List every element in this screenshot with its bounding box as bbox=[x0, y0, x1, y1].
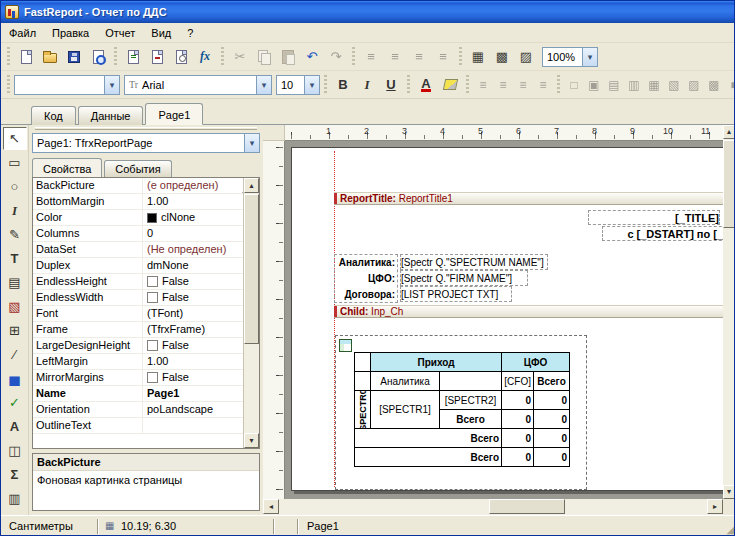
crosstab-cell[interactable]: Всего bbox=[355, 448, 502, 467]
delete-page-button[interactable] bbox=[145, 46, 169, 68]
rect-select-tool-button[interactable]: ▭ bbox=[3, 151, 27, 174]
tab-page1[interactable]: Page1 bbox=[145, 103, 203, 125]
chevron-down-icon[interactable]: ▾ bbox=[582, 48, 597, 66]
property-row-duplex[interactable]: Duplex dmNone bbox=[33, 258, 259, 274]
labels-memo[interactable]: Аналитика: ЦФО: Договора: bbox=[334, 254, 398, 303]
vertical-scrollbar[interactable]: ▴ ▾ bbox=[723, 125, 735, 499]
crosstab-cell[interactable]: [SPECTR0] bbox=[355, 391, 371, 429]
frame-all-button[interactable]: ▦ bbox=[644, 74, 664, 96]
checkbox-icon[interactable] bbox=[147, 372, 158, 383]
horizontal-scrollbar[interactable]: ◂ ▸ bbox=[263, 499, 723, 515]
scroll-up-button[interactable]: ▴ bbox=[723, 125, 735, 139]
new-report-button[interactable] bbox=[14, 46, 38, 68]
crosstab-cell[interactable]: 0 bbox=[502, 448, 534, 467]
page-settings-button[interactable] bbox=[169, 46, 193, 68]
crosstab-cell[interactable]: Приход bbox=[371, 353, 502, 372]
tab-code[interactable]: Код bbox=[31, 106, 76, 125]
scrollbar-thumb[interactable] bbox=[244, 194, 259, 344]
checkbox-object-button[interactable]: ✓ bbox=[3, 391, 27, 414]
contracts-value-memo[interactable]: [LIST PROJECT TXT] bbox=[400, 286, 512, 302]
toolbar-grip[interactable] bbox=[7, 47, 10, 67]
highlight-button[interactable] bbox=[438, 74, 462, 96]
toolbar-grip[interactable] bbox=[407, 75, 410, 95]
chevron-down-icon[interactable]: ▾ bbox=[256, 76, 271, 94]
crosstab-cell[interactable]: 0 bbox=[534, 391, 570, 410]
property-row-endlessheight[interactable]: EndlessHeight False bbox=[33, 274, 259, 290]
toolbar-grip[interactable] bbox=[324, 75, 327, 95]
property-row-dataset[interactable]: DataSet (Не определен) bbox=[33, 242, 259, 258]
ole-object-button[interactable]: ◫ bbox=[3, 439, 27, 462]
line-object-button[interactable]: ∕ bbox=[3, 343, 27, 366]
scroll-right-button[interactable]: ▸ bbox=[707, 499, 723, 514]
richtext-object-button[interactable]: A bbox=[3, 415, 27, 438]
tab-events[interactable]: События bbox=[104, 160, 171, 177]
crosstab-cell[interactable] bbox=[440, 372, 502, 391]
toolbar-grip[interactable] bbox=[114, 47, 117, 67]
text-edit-tool-button[interactable]: I bbox=[3, 199, 27, 222]
crosstab-cell[interactable]: 0 bbox=[534, 448, 570, 467]
scrollbar-thumb[interactable] bbox=[723, 140, 735, 228]
preview-button[interactable] bbox=[86, 46, 110, 68]
tab-properties[interactable]: Свойства bbox=[32, 158, 102, 177]
scrollbar-thumb[interactable] bbox=[489, 499, 565, 514]
property-row-columns[interactable]: Columns 0 bbox=[33, 226, 259, 242]
crosstab-cell[interactable]: [SPECTR1] bbox=[371, 391, 440, 429]
title-memo[interactable]: [_TITLE] bbox=[588, 210, 720, 225]
frame-bottom-button[interactable]: ▣ bbox=[584, 74, 604, 96]
add-page-button[interactable] bbox=[121, 46, 145, 68]
property-row-largedesignheight[interactable]: LargeDesignHeight False bbox=[33, 338, 259, 354]
toolbar-grip[interactable] bbox=[7, 75, 10, 95]
frame-color-button[interactable]: ■ bbox=[724, 74, 735, 96]
frame-outline-button[interactable]: ▨ bbox=[684, 74, 704, 96]
menu-file[interactable]: Файл bbox=[1, 24, 44, 42]
report-title-band[interactable]: ReportTitle: ReportTitle1 bbox=[334, 192, 723, 205]
object-selector-combo[interactable]: Page1: TfrxReportPage ▾ bbox=[32, 133, 260, 153]
property-row-endlesswidth[interactable]: EndlessWidth False bbox=[33, 290, 259, 306]
report-page[interactable]: ReportTitle: ReportTitle1 [_TITLE] с [_D… bbox=[291, 147, 723, 491]
subreport-object-button[interactable]: ⊞ bbox=[3, 319, 27, 342]
align-objects-button[interactable]: ≡ bbox=[407, 46, 431, 68]
bring-to-front-button[interactable]: ≡ bbox=[359, 46, 383, 68]
menu-report[interactable]: Отчет bbox=[97, 24, 143, 42]
crosstab-cell[interactable]: [CFO] bbox=[502, 372, 534, 391]
barcode-object-button[interactable]: ▥ bbox=[3, 487, 27, 510]
toolbar-grip[interactable] bbox=[459, 47, 462, 67]
menu-help[interactable]: ? bbox=[179, 24, 201, 42]
size-objects-button[interactable]: ≡ bbox=[431, 46, 455, 68]
show-grid-button[interactable]: ▦ bbox=[466, 46, 490, 68]
design-workspace[interactable]: ReportTitle: ReportTitle1 [_TITLE] с [_D… bbox=[285, 141, 723, 499]
tab-data[interactable]: Данные bbox=[78, 106, 144, 125]
crosstab-cell[interactable]: Всего bbox=[534, 372, 570, 391]
undo-button[interactable]: ↶ bbox=[300, 46, 324, 68]
crosstab-cell[interactable] bbox=[355, 372, 371, 391]
property-row-bottommargin[interactable]: BottomMargin 1.00 bbox=[33, 194, 259, 210]
scroll-up-button[interactable]: ▴ bbox=[244, 178, 259, 193]
property-row-orientation[interactable]: Orientation poLandscape bbox=[33, 402, 259, 418]
checkbox-icon[interactable] bbox=[147, 292, 158, 303]
fill-color-button[interactable]: ▩ bbox=[704, 74, 724, 96]
crosstab-cell[interactable] bbox=[355, 353, 371, 372]
crosstab-object[interactable]: Приход ЦФО Аналитика [CFO] Всего [SPECTR… bbox=[354, 352, 570, 467]
crosstab-cell[interactable]: [SPECTR2] bbox=[440, 391, 502, 410]
copy-button[interactable] bbox=[252, 46, 276, 68]
frame-left-button[interactable]: ▤ bbox=[604, 74, 624, 96]
chevron-down-icon[interactable]: ▾ bbox=[104, 76, 119, 94]
redo-button[interactable]: ↷ bbox=[324, 46, 348, 68]
crosstab-cell[interactable]: Всего bbox=[355, 429, 502, 448]
align-center-button[interactable]: ≡ bbox=[493, 74, 513, 96]
sum-object-button[interactable]: Σ bbox=[3, 463, 27, 486]
crosstab-cell[interactable]: 0 bbox=[534, 429, 570, 448]
select-tool-button[interactable]: ↖ bbox=[3, 127, 27, 150]
property-grid-scrollbar[interactable]: ▴ ▾ bbox=[243, 178, 259, 448]
scroll-down-button[interactable]: ▾ bbox=[723, 485, 735, 499]
text-object-button[interactable]: T bbox=[3, 247, 27, 270]
property-row-outlinetext[interactable]: OutlineText bbox=[33, 418, 259, 434]
object-style-combo[interactable]: ▾ bbox=[14, 75, 120, 95]
scroll-left-button[interactable]: ◂ bbox=[263, 499, 279, 514]
font-size-combo[interactable]: 10 ▾ bbox=[276, 75, 320, 95]
child-band[interactable]: Child: Inp_Ch bbox=[334, 305, 723, 318]
property-row-frame[interactable]: Frame (TfrxFrame) bbox=[33, 322, 259, 338]
align-justify-button[interactable]: ≡ bbox=[533, 74, 553, 96]
zoom-combo[interactable]: 100% ▾ bbox=[542, 47, 598, 67]
crosstab-cell[interactable]: Аналитика bbox=[371, 372, 440, 391]
